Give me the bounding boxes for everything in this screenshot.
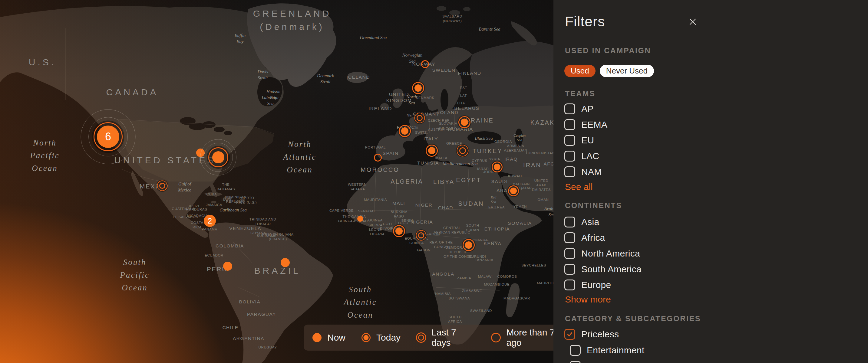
used-chip-group: UsedNever Used xyxy=(564,65,654,77)
checkbox-label-north-america: North America xyxy=(581,249,640,259)
checkbox-row-eema: EEMA xyxy=(564,117,607,132)
checkbox-label-eema: EEMA xyxy=(581,120,607,130)
marker-faint-circle xyxy=(200,139,237,175)
checkbox-row-eu: EU xyxy=(564,132,607,148)
checkbox-item[interactable] xyxy=(570,361,581,363)
legend-today-icon xyxy=(361,332,371,343)
checkbox-row-africa: Africa xyxy=(564,230,642,245)
checkbox-eema[interactable] xyxy=(564,119,575,130)
marker-core-circle xyxy=(281,258,290,267)
checkbox-row-north-america: North America xyxy=(564,245,642,261)
checkbox-row-asia: Asia xyxy=(564,214,642,230)
checkbox-label-south-america: South America xyxy=(581,264,642,274)
filters-panel: Filters USED IN CAMPAIGN UsedNever Used … xyxy=(553,0,868,363)
page-title: Filters xyxy=(565,13,605,30)
check-icon xyxy=(566,331,573,338)
checkbox-label-priceless: Priceless xyxy=(581,329,619,339)
checkbox-label-lac: LAC xyxy=(581,151,599,161)
checkbox-ap[interactable] xyxy=(564,103,575,114)
close-icon xyxy=(688,17,697,26)
checkbox-row-ap: AP xyxy=(564,101,607,117)
legend-label: Today xyxy=(376,332,401,343)
marker-count: 6 xyxy=(105,130,111,143)
app-root: { "panel": { "title": "Filters", "sectio… xyxy=(0,0,868,363)
checkbox-europe[interactable] xyxy=(564,279,575,290)
marker-core-circle xyxy=(357,216,363,222)
checkbox-label-africa: Africa xyxy=(581,233,605,243)
checkbox-row-item xyxy=(564,358,645,363)
checkbox-label-entertainment: Entertainment xyxy=(587,345,645,356)
chip-used[interactable]: Used xyxy=(564,65,595,77)
map-landmasses xyxy=(0,0,553,363)
marker-core-circle xyxy=(494,164,500,170)
section-header-category: CATEGORY & SUBCATEGORIES xyxy=(565,314,701,323)
checkbox-row-entertainment: Entertainment xyxy=(564,342,645,358)
checkbox-nam[interactable] xyxy=(564,166,575,177)
section-header-continents: CONTINENTS xyxy=(565,201,622,210)
legend-now-icon xyxy=(312,332,322,343)
checkbox-row-lac: LAC xyxy=(564,148,607,164)
checkbox-north-america[interactable] xyxy=(564,248,575,259)
checkbox-label-europe: Europe xyxy=(581,280,611,290)
map-legend: NowTodayLast 7 daysMore than 7 days ago xyxy=(304,325,553,351)
see-all-link[interactable]: See all xyxy=(565,182,593,192)
marker-core-circle xyxy=(461,119,468,126)
continents-list: AsiaAfricaNorth AmericaSouth AmericaEuro… xyxy=(564,214,642,293)
marker-oring2-circle xyxy=(414,113,425,124)
marker-core-circle xyxy=(428,147,435,154)
checkbox-priceless[interactable] xyxy=(564,329,575,340)
legend-item-today: Today xyxy=(361,332,401,343)
legend-last7-icon xyxy=(416,332,427,343)
checkbox-row-nam: NAM xyxy=(564,164,607,180)
checkbox-entertainment[interactable] xyxy=(570,345,581,356)
checkbox-row-south-america: South America xyxy=(564,261,642,277)
marker-core-circle xyxy=(395,228,403,235)
legend-item-now: Now xyxy=(312,332,345,343)
marker-oring2-circle xyxy=(157,180,168,191)
checkbox-lac[interactable] xyxy=(564,151,575,162)
legend-item-more-than-7-days-ago: More than 7 days ago xyxy=(491,327,553,348)
marker-core-circle xyxy=(510,188,517,194)
marker-oring2-circle xyxy=(416,230,427,241)
legend-label: Last 7 days xyxy=(431,327,475,348)
checkbox-eu[interactable] xyxy=(564,135,575,146)
legend-label: Now xyxy=(327,332,345,343)
checkbox-label-ap: AP xyxy=(581,104,594,114)
show-more-link[interactable]: Show more xyxy=(565,294,611,305)
checkbox-label-eu: EU xyxy=(581,135,594,145)
checkbox-row-priceless: Priceless xyxy=(564,326,645,342)
marker-core-circle xyxy=(401,127,408,135)
category-list: PricelessEntertainment xyxy=(564,326,645,363)
legend-label: More than 7 days ago xyxy=(506,327,553,348)
marker-oring-circle xyxy=(421,60,429,68)
marker-core-circle xyxy=(465,241,472,249)
marker-oring2-circle xyxy=(457,145,469,157)
checkbox-label-nam: NAM xyxy=(581,167,602,177)
checkbox-label-asia: Asia xyxy=(581,217,599,227)
section-header-used-in-campaign: USED IN CAMPAIGN xyxy=(565,46,651,55)
marker-count: 2 xyxy=(208,216,212,226)
close-button[interactable] xyxy=(685,14,700,29)
chip-never-used[interactable]: Never Used xyxy=(600,65,654,77)
section-header-teams: TEAMS xyxy=(565,89,595,98)
marker-core-circle xyxy=(223,262,232,271)
legend-item-last-7-days: Last 7 days xyxy=(416,327,475,348)
marker-oring-circle xyxy=(374,154,382,162)
checkbox-asia[interactable] xyxy=(564,217,575,228)
checkbox-row-europe: Europe xyxy=(564,277,642,293)
marker-core-circle xyxy=(414,85,422,92)
world-map[interactable]: GREENLAND (Denmark)U.S.CANADAUNITED STAT… xyxy=(0,0,553,363)
checkbox-south-america[interactable] xyxy=(564,264,575,275)
teams-list: APEEMAEULACNAM xyxy=(564,101,607,180)
checkbox-africa[interactable] xyxy=(564,232,575,243)
legend-more7-icon xyxy=(491,332,501,343)
